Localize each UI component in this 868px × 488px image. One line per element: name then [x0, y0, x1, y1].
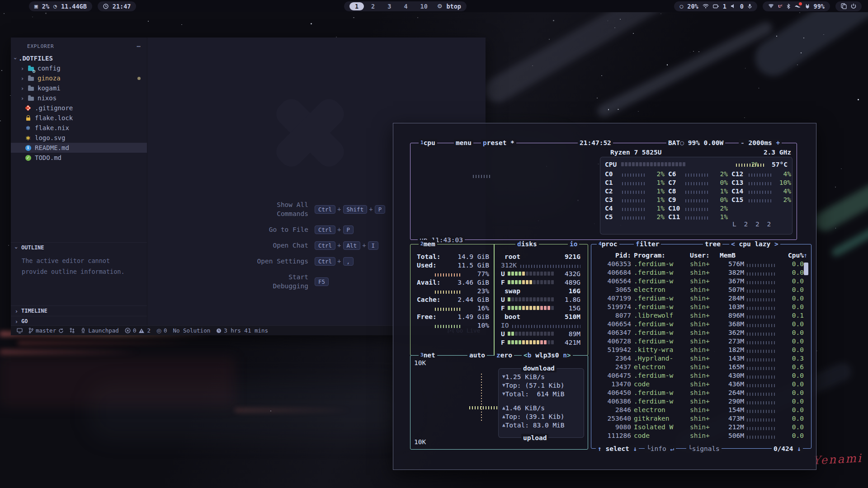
update-interval-control[interactable]: - 2000ms +: [739, 139, 782, 147]
process-row-406564[interactable]: 406564.ferdium-wshin+367M0.0: [591, 277, 811, 285]
git-compare-indicator[interactable]: [70, 328, 75, 333]
disks-toggle[interactable]: disks: [515, 240, 539, 248]
workspace-2[interactable]: 2: [366, 2, 380, 10]
process-row-406728[interactable]: 406728.ferdium-wshin+273M0.0: [591, 337, 811, 345]
workspace-3[interactable]: 3: [382, 2, 396, 10]
process-row-519974[interactable]: 519974.ferdium-wshin+103M0.0: [591, 302, 811, 311]
process-row-2437[interactable]: 2437electronshin+165M0.6: [591, 362, 811, 371]
process-row-406684[interactable]: 406684.ferdium-wshin+382M0.0: [591, 268, 811, 277]
go-section-header[interactable]: › GO: [11, 316, 147, 326]
cpu-menu-button[interactable]: menu: [454, 139, 473, 147]
mem-row-Total:: Total:14.9 GiB: [410, 252, 494, 261]
process-row-3065[interactable]: 3065electronshin+507M0.0: [591, 285, 811, 294]
tree-item-config[interactable]: ›⚙config: [11, 63, 147, 73]
cpu-core-C4: C41%: [605, 204, 665, 212]
mem-row-Cache:: Cache:2.44 GiB: [410, 295, 494, 304]
proc-selection-count: 0/424 ↓: [772, 445, 803, 453]
cpu-core-C15: C152%: [731, 195, 791, 204]
proc-footer-signals[interactable]: └signals: [686, 445, 722, 453]
quick-settings-pill[interactable]: ○ 20% 1 0: [674, 1, 757, 11]
memory-usage: 11.44GB: [61, 3, 87, 10]
process-row-253640[interactable]: 253640gitkrakenshin+473M0.0: [591, 414, 811, 422]
proc-box-title[interactable]: 4proc: [597, 240, 619, 248]
tree-item-flake.nix[interactable]: ❄flake.nix: [11, 123, 147, 133]
system-stats-pill[interactable]: ▣ 2% ◔ 11.44GB: [29, 1, 92, 11]
process-row-407199[interactable]: 407199.ferdium-wshin+284M0.0: [591, 294, 811, 302]
tree-item-README.md[interactable]: iREADME.md: [11, 143, 147, 153]
kbd-P: P: [375, 205, 386, 214]
cpu-core-C1: C11%: [605, 178, 665, 187]
net-interface-switcher[interactable]: <b wlp3s0 n>: [522, 351, 573, 359]
process-row-406475[interactable]: 406475.ferdium-wshin+430M0.0: [591, 371, 811, 380]
git-branch-indicator[interactable]: master: [28, 327, 64, 334]
proc-table-header[interactable]: Pid: Program: User: MemB Cpu%: [591, 251, 811, 259]
layout-value: 1: [723, 3, 726, 10]
process-row-406654[interactable]: 406654.ferdium-wshin+368M0.0: [591, 319, 811, 328]
kbd-Ctrl: Ctrl: [315, 205, 335, 214]
cpu-core-C13: C1310%: [731, 178, 791, 187]
net-box-title[interactable]: 3net: [419, 351, 437, 359]
proc-scrollbar-thumb[interactable]: [804, 263, 808, 275]
cpu-core-C5: C52%: [605, 212, 665, 221]
proc-sort-selector[interactable]: < cpu lazy >: [729, 240, 780, 248]
process-row-519942[interactable]: 519942.kitty-wrashin+182M0.0: [591, 345, 811, 354]
remote-indicator[interactable]: [17, 328, 23, 333]
session-pill[interactable]: [835, 1, 862, 11]
net-scale-top: 10K: [414, 359, 426, 366]
tree-item-logo.svg[interactable]: *logo.svg: [11, 133, 147, 143]
outline-section-header[interactable]: › OUTLINE: [11, 242, 147, 253]
tree-item-flake.lock[interactable]: flake.lock: [11, 113, 147, 123]
cpu-preset-button[interactable]: preset *: [481, 139, 516, 147]
io-toggle[interactable]: io: [568, 240, 579, 248]
solution-indicator[interactable]: No Solution: [173, 327, 210, 334]
btop-proc-box: 4proc filter tree < cpu lazy > Pid: Prog…: [591, 244, 811, 449]
clock-pill[interactable]: 21:47: [98, 1, 137, 11]
workspace-4[interactable]: 4: [398, 2, 413, 10]
proc-filter-button[interactable]: filter: [634, 240, 661, 248]
shortcut-row: Show AllCommandsCtrl+Shift+P: [206, 200, 423, 218]
cpu-box-title[interactable]: 1cpu: [419, 139, 437, 147]
tree-item-nixos[interactable]: ›nixos: [11, 93, 147, 103]
explorer-menu-button[interactable]: ⋯: [137, 42, 141, 50]
process-row-111286[interactable]: 111286codeshin+506M0.0: [591, 431, 811, 440]
net-speeds-panel: download ▼ 1.25 KiB/s ▼ Top: (57.1 Kib) …: [498, 368, 584, 438]
disk-swap: swap16G: [497, 286, 584, 295]
proc-footer-info[interactable]: └info ↵: [645, 445, 676, 453]
tray-pill[interactable]: ᴜͨ 99%: [763, 1, 830, 11]
mem-row-Used:: Used:11.5 GiB: [410, 261, 494, 269]
net-auto-button[interactable]: auto: [467, 351, 487, 359]
process-row-406386[interactable]: 406386.ferdium-wshin+290M0.0: [591, 397, 811, 405]
volume-value: 0: [740, 3, 744, 10]
btop-net-box: 3net auto zero <b wlp3s0 n> 10K 10K down…: [410, 355, 588, 450]
mem-disks-divider: [494, 244, 495, 355]
mem-box-title[interactable]: 2mem: [419, 240, 437, 248]
tree-item-TODO.md[interactable]: ✓TODO.md: [11, 153, 147, 163]
error-icon: [125, 328, 131, 333]
workspace-1[interactable]: 1: [349, 2, 364, 10]
net-zero-button[interactable]: zero: [495, 351, 514, 359]
tree-item-kogami[interactable]: ›kogami: [11, 83, 147, 93]
problems-indicator[interactable]: 0 2: [125, 327, 151, 334]
tree-item-.gitignore[interactable]: .gitignore: [11, 103, 147, 113]
proc-tree-button[interactable]: tree: [703, 240, 722, 248]
process-row-8077[interactable]: 8077.librewolfshin+896M0.1: [591, 311, 811, 319]
process-row-2846[interactable]: 2846electronshin+154M0.0: [591, 405, 811, 414]
net-scale-bottom: 10K: [414, 438, 426, 446]
process-row-13470[interactable]: 13470codeshin+436M0.0: [591, 380, 811, 388]
proc-footer-select[interactable]: ↑ select ↓: [596, 445, 639, 453]
ports-indicator[interactable]: ◎ 0: [156, 327, 167, 334]
timeline-section-header[interactable]: › TIMELINE: [11, 305, 147, 316]
explorer-title: EXPLORER: [27, 43, 54, 49]
process-row-406347[interactable]: 406347.ferdium-wshin+362M0.0: [591, 328, 811, 337]
tree-item-ginoza[interactable]: ›ginoza: [11, 73, 147, 83]
process-row-406450[interactable]: 406450.ferdium-wshin+264M0.0: [591, 388, 811, 397]
process-row-406353[interactable]: 406353.ferdium-wshin+576M0.0: [591, 259, 811, 268]
launchpad-button[interactable]: Launchpad: [80, 327, 119, 334]
process-row-9080[interactable]: 9080Isolated Wshin+212M0.0: [591, 422, 811, 431]
tree-item-.DOTFILES[interactable]: ›.DOTFILES: [11, 53, 147, 63]
time-tracker[interactable]: 3 hrs 41 mins: [216, 327, 268, 334]
process-row-2364[interactable]: 2364.Hyprland-shin+143M0.3: [591, 354, 811, 362]
sync-icon: [58, 328, 64, 333]
workspace-10[interactable]: 10: [415, 2, 433, 10]
network-tray-icon: [768, 4, 774, 9]
